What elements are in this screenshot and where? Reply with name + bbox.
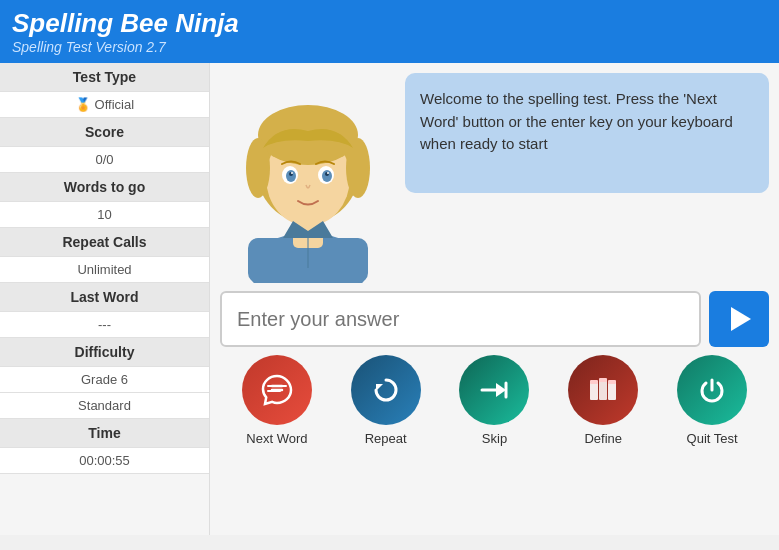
svg-rect-25 xyxy=(608,382,616,400)
svg-point-15 xyxy=(327,172,329,174)
difficulty-type-value: Standard xyxy=(0,393,209,419)
power-icon xyxy=(694,372,730,408)
svg-rect-28 xyxy=(608,380,616,384)
time-value: 00:00:55 xyxy=(0,448,209,474)
next-word-label: Next Word xyxy=(246,431,307,446)
repeat-icon xyxy=(368,372,404,408)
score-label: Score xyxy=(0,118,209,147)
right-panel: Welcome to the spelling test. Press the … xyxy=(210,63,779,535)
books-icon xyxy=(585,372,621,408)
top-row: Welcome to the spelling test. Press the … xyxy=(220,73,769,283)
svg-point-14 xyxy=(291,172,293,174)
play-icon xyxy=(731,307,751,331)
skip-icon xyxy=(476,372,512,408)
svg-point-6 xyxy=(246,138,270,198)
header: Spelling Bee Ninja Spelling Test Version… xyxy=(0,0,779,63)
skip-circle xyxy=(459,355,529,425)
play-button[interactable] xyxy=(709,291,769,347)
input-row xyxy=(220,291,769,347)
difficulty-label: Difficulty xyxy=(0,338,209,367)
answer-input[interactable] xyxy=(220,291,701,347)
last-word-label: Last Word xyxy=(0,283,209,312)
next-word-button[interactable]: Next Word xyxy=(242,355,312,446)
app-subtitle: Spelling Test Version 2.7 xyxy=(12,39,767,59)
repeat-button[interactable]: Repeat xyxy=(351,355,421,446)
left-panel: Test Type 🏅 Official Score 0/0 Words to … xyxy=(0,63,210,535)
repeat-circle xyxy=(351,355,421,425)
words-to-go-value: 10 xyxy=(0,202,209,228)
main-layout: Test Type 🏅 Official Score 0/0 Words to … xyxy=(0,63,779,535)
time-label: Time xyxy=(0,419,209,448)
test-type-value: 🏅 Official xyxy=(0,92,209,118)
svg-rect-24 xyxy=(599,380,607,400)
quit-label: Quit Test xyxy=(687,431,738,446)
svg-rect-17 xyxy=(267,385,287,387)
repeat-calls-label: Repeat Calls xyxy=(0,228,209,257)
words-to-go-label: Words to go xyxy=(0,173,209,202)
avatar xyxy=(228,73,388,283)
svg-rect-26 xyxy=(590,380,598,384)
speech-bubble: Welcome to the spelling test. Press the … xyxy=(405,73,769,193)
define-button[interactable]: Define xyxy=(568,355,638,446)
svg-point-7 xyxy=(346,138,370,198)
bottom-buttons-row: Next Word Repeat xyxy=(220,355,769,446)
quit-circle xyxy=(677,355,747,425)
last-word-value: --- xyxy=(0,312,209,338)
difficulty-grade-value: Grade 6 xyxy=(0,367,209,393)
svg-rect-18 xyxy=(267,390,281,392)
define-label: Define xyxy=(584,431,622,446)
next-word-circle xyxy=(242,355,312,425)
svg-rect-27 xyxy=(599,378,607,382)
svg-rect-23 xyxy=(590,382,598,400)
repeat-calls-value: Unlimited xyxy=(0,257,209,283)
speech-bubble-text: Welcome to the spelling test. Press the … xyxy=(420,90,733,152)
test-type-label: Test Type xyxy=(0,63,209,92)
app-title: Spelling Bee Ninja xyxy=(12,8,767,39)
repeat-label: Repeat xyxy=(365,431,407,446)
quit-button[interactable]: Quit Test xyxy=(677,355,747,446)
chat-icon xyxy=(259,372,295,408)
svg-marker-19 xyxy=(376,384,383,391)
avatar-container xyxy=(220,73,395,283)
skip-button[interactable]: Skip xyxy=(459,355,529,446)
define-circle xyxy=(568,355,638,425)
skip-label: Skip xyxy=(482,431,507,446)
score-value: 0/0 xyxy=(0,147,209,173)
